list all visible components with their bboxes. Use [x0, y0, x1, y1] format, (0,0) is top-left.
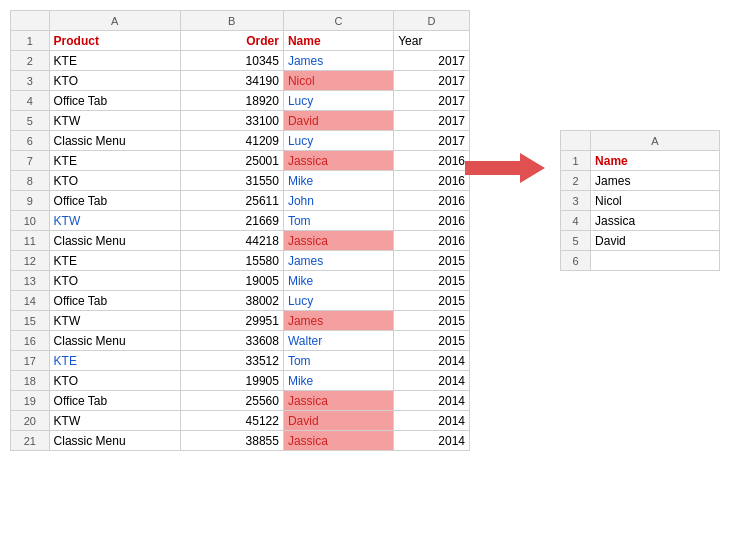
cell-name: David: [283, 111, 393, 131]
cell-year: 2014: [394, 371, 470, 391]
table-row: 17KTE33512Tom2014: [11, 351, 470, 371]
mini-row-header: 5: [561, 231, 591, 251]
cell-order: 34190: [180, 71, 283, 91]
cell-product: Office Tab: [49, 291, 180, 311]
cell-name: Mike: [283, 371, 393, 391]
cell-name: Mike: [283, 271, 393, 291]
table-row: 10KTW21669Tom2016: [11, 211, 470, 231]
mini-header-row: 1Name: [561, 151, 720, 171]
row-header: 17: [11, 351, 50, 371]
cell-order: 15580: [180, 251, 283, 271]
mini-cell-name: [591, 251, 720, 271]
cell-product: KTE: [49, 251, 180, 271]
cell-order: 25001: [180, 151, 283, 171]
cell-name: John: [283, 191, 393, 211]
cell-year: 2015: [394, 331, 470, 351]
row-header: 4: [11, 91, 50, 111]
mini-row-header: 2: [561, 171, 591, 191]
table-row: 16Classic Menu33608Walter2015: [11, 331, 470, 351]
header-order: Order: [180, 31, 283, 51]
cell-name: Tom: [283, 211, 393, 231]
cell-product: KTW: [49, 111, 180, 131]
cell-year: 2017: [394, 131, 470, 151]
cell-name: Lucy: [283, 91, 393, 111]
cell-order: 19005: [180, 271, 283, 291]
cell-product: KTE: [49, 351, 180, 371]
arrow-container: [460, 148, 550, 188]
table-row: 13KTO19005Mike2015: [11, 271, 470, 291]
row-header: 16: [11, 331, 50, 351]
mini-table-row: 6: [561, 251, 720, 271]
row-header: 7: [11, 151, 50, 171]
row-header: 10: [11, 211, 50, 231]
cell-name: Jassica: [283, 231, 393, 251]
cell-name: Lucy: [283, 291, 393, 311]
cell-year: 2016: [394, 171, 470, 191]
cell-product: KTW: [49, 411, 180, 431]
header-name: Name: [283, 31, 393, 51]
cell-product: Office Tab: [49, 191, 180, 211]
cell-product: Office Tab: [49, 91, 180, 111]
mini-table-row: 2James: [561, 171, 720, 191]
cell-product: Classic Menu: [49, 431, 180, 451]
cell-order: 44218: [180, 231, 283, 251]
cell-name: Nicol: [283, 71, 393, 91]
mini-table-row: 5David: [561, 231, 720, 251]
cell-product: KTO: [49, 371, 180, 391]
cell-product: Classic Menu: [49, 231, 180, 251]
cell-order: 33100: [180, 111, 283, 131]
cell-year: 2017: [394, 71, 470, 91]
mini-cell-name: Nicol: [591, 191, 720, 211]
row-header: 21: [11, 431, 50, 451]
mini-cell-name: Jassica: [591, 211, 720, 231]
cell-order: 29951: [180, 311, 283, 331]
cell-product: KTO: [49, 71, 180, 91]
cell-year: 2014: [394, 351, 470, 371]
cell-product: KTW: [49, 311, 180, 331]
cell-order: 41209: [180, 131, 283, 151]
header-product: Product: [49, 31, 180, 51]
table-row: 11Classic Menu44218Jassica2016: [11, 231, 470, 251]
table-row: 12KTE15580James2015: [11, 251, 470, 271]
cell-product: KTW: [49, 211, 180, 231]
table-row: 20KTW45122David2014: [11, 411, 470, 431]
cell-name: Lucy: [283, 131, 393, 151]
cell-name: James: [283, 251, 393, 271]
row-header: 6: [11, 131, 50, 151]
cell-name: Jassica: [283, 431, 393, 451]
cell-name: Jassica: [283, 151, 393, 171]
arrow-icon: [465, 153, 545, 183]
header-year: Year: [394, 31, 470, 51]
table-row: 19Office Tab25560Jassica2014: [11, 391, 470, 411]
table-row: 8KTO31550Mike2016: [11, 171, 470, 191]
mini-row-header: 4: [561, 211, 591, 231]
row-header: 9: [11, 191, 50, 211]
table-row: 6Classic Menu41209Lucy2017: [11, 131, 470, 151]
svg-marker-0: [465, 153, 545, 183]
row-header: 13: [11, 271, 50, 291]
table-row: 5KTW33100David2017: [11, 111, 470, 131]
cell-name: David: [283, 411, 393, 431]
mini-table-row: 4Jassica: [561, 211, 720, 231]
row-header: 12: [11, 251, 50, 271]
cell-name: Mike: [283, 171, 393, 191]
cell-order: 21669: [180, 211, 283, 231]
cell-product: KTE: [49, 151, 180, 171]
table-row: 7KTE25001Jassica2016: [11, 151, 470, 171]
cell-name: Walter: [283, 331, 393, 351]
table-row: 15KTW29951James2015: [11, 311, 470, 331]
cell-product: KTO: [49, 171, 180, 191]
main-spreadsheet: A B C D 1 Product Order Name Year 2KTE10…: [10, 10, 470, 451]
cell-year: 2017: [394, 111, 470, 131]
mini-table-row: 3Nicol: [561, 191, 720, 211]
cell-year: 2015: [394, 291, 470, 311]
cell-product: Office Tab: [49, 391, 180, 411]
cell-name: James: [283, 311, 393, 331]
row-header: 5: [11, 111, 50, 131]
cell-order: 18920: [180, 91, 283, 111]
cell-year: 2014: [394, 391, 470, 411]
row-header: 2: [11, 51, 50, 71]
row-header: 15: [11, 311, 50, 331]
cell-order: 19905: [180, 371, 283, 391]
table-row: 2KTE10345James2017: [11, 51, 470, 71]
